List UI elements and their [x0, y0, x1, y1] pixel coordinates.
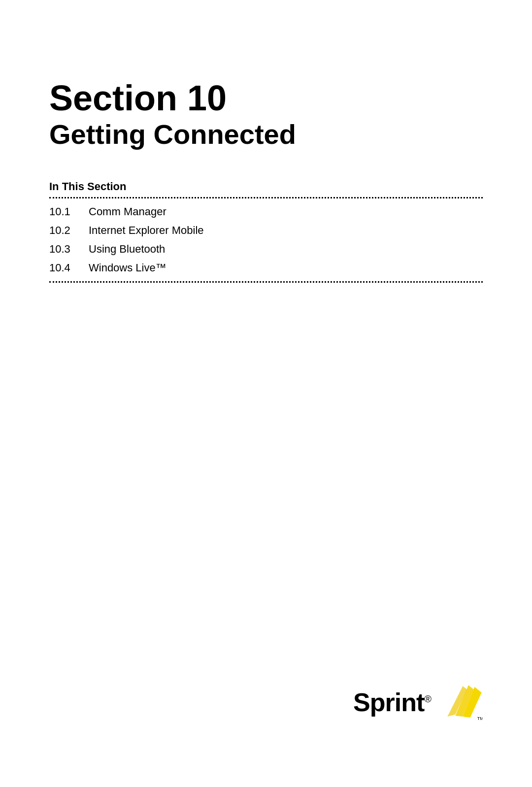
toc-row: 10.3 Using Bluetooth — [49, 240, 483, 259]
toc-table: 10.1 Comm Manager 10.2 Internet Explorer… — [49, 202, 483, 277]
toc-row: 10.4 Windows Live™ — [49, 259, 483, 277]
section-number: Section 10 — [49, 79, 483, 118]
toc-label: Internet Explorer Mobile — [89, 221, 483, 240]
svg-text:TM: TM — [477, 716, 483, 721]
sprint-logo: Sprint® TM — [353, 682, 483, 723]
in-this-section-label: In This Section — [49, 180, 483, 193]
sprint-brand-name: Sprint® — [353, 688, 431, 717]
toc-label: Using Bluetooth — [89, 240, 483, 259]
toc-number: 10.2 — [49, 221, 89, 240]
toc-row: 10.2 Internet Explorer Mobile — [49, 221, 483, 240]
toc-number: 10.3 — [49, 240, 89, 259]
toc-row: 10.1 Comm Manager — [49, 202, 483, 221]
toc-number: 10.4 — [49, 259, 89, 277]
sprint-registered-symbol: ® — [424, 693, 431, 704]
section-title: Getting Connected — [49, 118, 483, 151]
toc-label: Windows Live™ — [89, 259, 483, 277]
top-divider — [49, 197, 483, 198]
page-content: Section 10 Getting Connected In This Sec… — [0, 0, 532, 326]
bottom-divider — [49, 281, 483, 283]
toc-number: 10.1 — [49, 202, 89, 221]
sprint-chevron-icon: TM — [438, 682, 483, 723]
toc-label: Comm Manager — [89, 202, 483, 221]
